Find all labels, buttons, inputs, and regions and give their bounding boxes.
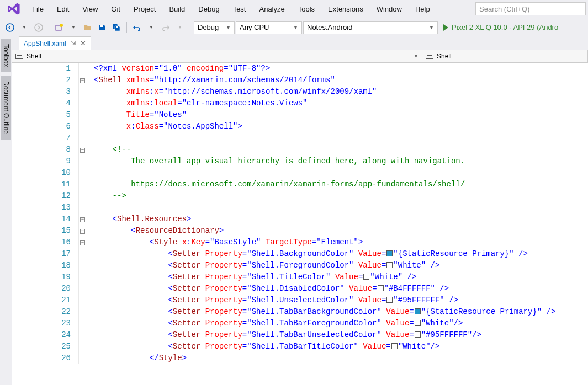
color-swatch-icon	[391, 343, 398, 349]
element-icon	[426, 54, 433, 59]
code-line[interactable]: 21 <Setter Property="Shell.UnselectedCol…	[12, 295, 588, 306]
menu-view[interactable]: View	[76, 2, 104, 17]
code-line[interactable]: 20 <Setter Property="Shell.DisabledColor…	[12, 283, 588, 295]
code-line[interactable]: 10	[12, 167, 588, 179]
document-outline-tab[interactable]: Document Outline	[1, 76, 11, 140]
nav-member-dropdown[interactable]: Shell	[422, 50, 588, 62]
code-line[interactable]: 5 Title="Notes"	[12, 109, 588, 121]
menu-git[interactable]: Git	[104, 2, 127, 17]
code-line[interactable]: 2−<Shell xmlns="http://xamarin.com/schem…	[12, 74, 588, 86]
chevron-down-icon[interactable]: ▼	[173, 21, 187, 34]
code-line[interactable]: 15− <ResourceDictionary>	[12, 225, 588, 237]
code-line[interactable]: 14− <Shell.Resources>	[12, 213, 588, 225]
code-line[interactable]: 1<?xml version="1.0" encoding="UTF-8"?>	[12, 63, 588, 74]
code-line[interactable]: 19 <Setter Property="Shell.TitleColor" V…	[12, 271, 588, 283]
search-input[interactable]: Search (Ctrl+Q)	[475, 2, 586, 15]
element-icon	[15, 54, 23, 59]
fold-icon[interactable]: −	[80, 78, 85, 83]
startup-project-dropdown[interactable]: Notes.Android▼	[303, 21, 438, 34]
code-line[interactable]: 7	[12, 132, 588, 144]
platform-dropdown[interactable]: Any CPU▼	[236, 21, 302, 34]
menu-project[interactable]: Project	[127, 2, 162, 17]
code-line[interactable]: 26 </Style>	[12, 352, 588, 364]
color-swatch-icon	[386, 297, 393, 303]
start-debug-button[interactable]: Pixel 2 XL Q 10.0 - API 29 (Andro	[439, 21, 563, 34]
code-line[interactable]: 23 <Setter Property="Shell.TabBarForegro…	[12, 318, 588, 329]
chevron-down-icon[interactable]: ▼	[67, 21, 80, 34]
color-swatch-icon	[386, 250, 393, 256]
menu-extensions[interactable]: Extensions	[321, 2, 370, 17]
chevron-down-icon[interactable]: ▼	[18, 21, 31, 34]
menu-test[interactable]: Test	[226, 2, 253, 17]
save-all-button[interactable]	[110, 21, 123, 34]
visual-studio-icon	[2, 2, 25, 16]
navigation-bar: Shell ▼ Shell	[12, 50, 588, 63]
new-project-button[interactable]	[52, 21, 66, 34]
svg-point-0	[6, 24, 14, 31]
menu-build[interactable]: Build	[162, 2, 192, 17]
color-swatch-icon	[415, 308, 421, 314]
color-swatch-icon	[386, 262, 393, 268]
code-line[interactable]: 12 -->	[12, 190, 588, 202]
code-line[interactable]: 4 xmlns:local="clr-namespace:Notes.Views…	[12, 98, 588, 109]
fold-icon[interactable]: −	[80, 229, 85, 234]
code-line[interactable]: 9 The overall app visual hierarchy is de…	[12, 156, 588, 167]
pin-icon[interactable]: ⇲	[71, 40, 76, 47]
color-swatch-icon	[415, 320, 421, 326]
code-editor[interactable]: 1<?xml version="1.0" encoding="UTF-8"?>2…	[12, 63, 588, 385]
menu-analyze[interactable]: Analyze	[252, 2, 291, 17]
save-button[interactable]	[96, 21, 109, 34]
undo-button[interactable]	[130, 21, 144, 34]
code-line[interactable]: 17 <Setter Property="Shell.BackgroundCol…	[12, 248, 588, 260]
code-line[interactable]: 16− <Style x:Key="BaseStyle" TargetType=…	[12, 237, 588, 248]
nav-scope-dropdown[interactable]: Shell ▼	[12, 50, 422, 62]
svg-point-3	[60, 24, 63, 27]
color-swatch-icon	[378, 285, 384, 291]
menu-window[interactable]: Window	[370, 2, 409, 17]
svg-point-1	[35, 24, 43, 31]
menu-debug[interactable]: Debug	[192, 2, 226, 17]
open-file-button[interactable]	[81, 21, 94, 34]
color-swatch-icon	[415, 331, 421, 338]
code-line[interactable]: 6 x:Class="Notes.AppShell">	[12, 121, 588, 132]
menu-tools[interactable]: Tools	[292, 2, 321, 17]
redo-button[interactable]	[159, 21, 172, 34]
config-dropdown[interactable]: Debug▼	[194, 21, 235, 34]
code-line[interactable]: 11 https://docs.microsoft.com/xamarin/xa…	[12, 179, 588, 190]
code-line[interactable]: 13	[12, 202, 588, 213]
toolbox-tab[interactable]: Toolbox	[1, 39, 11, 72]
menu-bar: FileEditViewGitProjectBuildDebugTestAnal…	[0, 0, 588, 18]
fold-icon[interactable]: −	[80, 217, 85, 222]
color-swatch-icon	[363, 274, 369, 280]
menu-help[interactable]: Help	[409, 2, 437, 17]
side-tab-strip: Toolbox Document Outline	[0, 36, 12, 385]
editor-tab-row: AppShell.xaml ⇲ ✕	[12, 36, 588, 50]
toolbar: ▼ ▼ ▼ ▼ Debug▼ Any CPU▼ Notes.Android▼ P…	[0, 18, 588, 36]
close-icon[interactable]: ✕	[80, 39, 86, 47]
file-tab-appshell[interactable]: AppShell.xaml ⇲ ✕	[19, 36, 91, 50]
nav-back-button[interactable]	[3, 21, 17, 34]
code-line[interactable]: 8− <!--	[12, 144, 588, 156]
code-line[interactable]: 3 xmlns:x="http://schemas.microsoft.com/…	[12, 86, 588, 98]
nav-forward-button[interactable]	[32, 21, 45, 34]
code-line[interactable]: 25 <Setter Property="Shell.TabBarTitleCo…	[12, 341, 588, 352]
menu-file[interactable]: File	[25, 2, 50, 17]
chevron-down-icon[interactable]: ▼	[145, 21, 158, 34]
svg-rect-5	[116, 26, 118, 28]
code-line[interactable]: 24 <Setter Property="Shell.TabBarUnselec…	[12, 329, 588, 341]
menu-edit[interactable]: Edit	[50, 2, 76, 17]
fold-icon[interactable]: −	[80, 240, 85, 245]
code-line[interactable]: 22 <Setter Property="Shell.TabBarBackgro…	[12, 306, 588, 318]
code-line[interactable]: 18 <Setter Property="Shell.ForegroundCol…	[12, 260, 588, 271]
fold-icon[interactable]: −	[80, 148, 85, 153]
svg-rect-4	[100, 25, 103, 27]
